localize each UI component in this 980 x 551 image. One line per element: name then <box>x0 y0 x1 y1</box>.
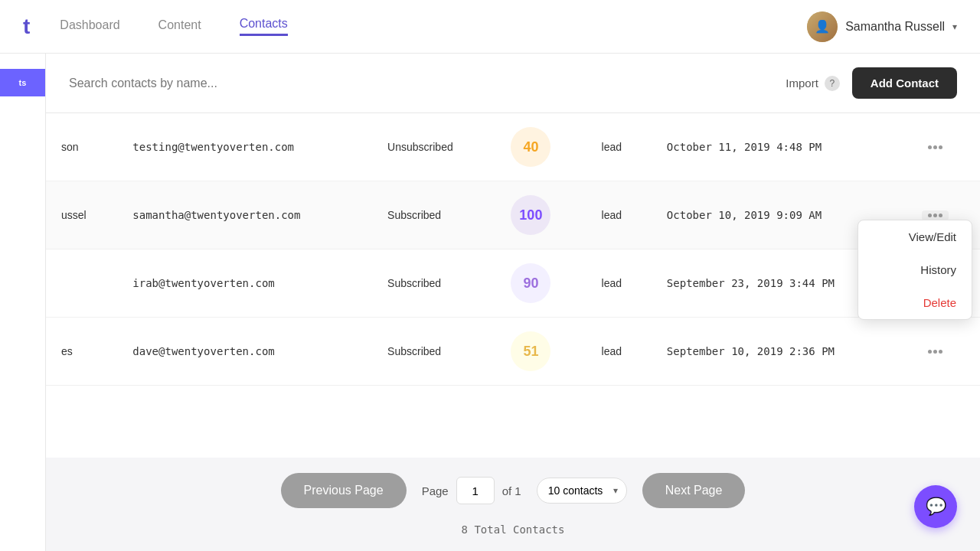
sidebar-contacts-label: ts <box>19 78 27 87</box>
search-bar: Import ? Add Contact <box>46 54 980 113</box>
contact-email: samantha@twentyoverten.com <box>117 181 372 249</box>
row-actions-button[interactable] <box>922 210 949 220</box>
contact-email: testing@twentyoverten.com <box>117 113 372 181</box>
contact-name[interactable]: es <box>46 318 117 386</box>
contact-type: lead <box>586 181 652 249</box>
contact-email: irab@twentyoverten.com <box>117 249 372 318</box>
header: t Dashboard Content Contacts 👤 Samantha … <box>0 0 980 54</box>
chat-icon: 💬 <box>926 497 946 517</box>
contact-status: Unsubscribed <box>372 113 495 181</box>
contact-score-cell: 51 <box>495 318 586 386</box>
add-contact-button[interactable]: Add Contact <box>852 67 957 99</box>
sidebar: ts <box>0 54 46 551</box>
import-help-icon[interactable]: ? <box>825 76 840 91</box>
content-area: Import ? Add Contact son testing@twentyo… <box>46 54 980 551</box>
dropdown-history[interactable]: History <box>858 253 972 286</box>
contact-score-cell: 40 <box>495 113 586 181</box>
per-page-select[interactable]: 10 contacts 25 contacts 50 contacts <box>537 478 627 504</box>
sidebar-item-contacts[interactable]: ts <box>0 69 45 96</box>
contacts-table-wrapper: son testing@twentyoverten.com Unsubscrib… <box>46 113 980 458</box>
score-badge: 90 <box>511 263 550 303</box>
contact-status: Subscribed <box>372 318 495 386</box>
nav-dashboard[interactable]: Dashboard <box>60 18 119 35</box>
total-contacts: 8 Total Contacts <box>462 523 565 536</box>
main-layout: ts Import ? Add Contact son testing@twen… <box>0 54 980 551</box>
page-number-input[interactable] <box>456 477 495 504</box>
score-badge: 40 <box>511 127 550 167</box>
nav: Dashboard Content Contacts <box>60 17 807 36</box>
logo: t <box>23 15 29 39</box>
contact-actions <box>906 113 980 181</box>
contact-name[interactable]: ussel <box>46 181 117 249</box>
user-name: Samantha Russell <box>845 20 945 34</box>
dropdown-view-edit[interactable]: View/Edit <box>858 220 972 253</box>
contact-email: dave@twentyoverten.com <box>117 318 372 386</box>
page-info: Page of 1 <box>422 477 521 504</box>
row-actions-button[interactable] <box>922 142 949 152</box>
nav-contacts[interactable]: Contacts <box>240 17 288 36</box>
search-input[interactable] <box>69 77 773 90</box>
import-button[interactable]: Import ? <box>786 76 840 91</box>
contact-score-cell: 100 <box>495 181 586 249</box>
row-actions-button[interactable] <box>922 347 949 357</box>
contact-status: Subscribed <box>372 249 495 318</box>
avatar-image: 👤 <box>807 11 838 42</box>
next-page-button[interactable]: Next Page <box>642 473 746 508</box>
contact-name[interactable]: son <box>46 113 117 181</box>
previous-page-button[interactable]: Previous Page <box>281 473 407 508</box>
per-page-wrapper: 10 contacts 25 contacts 50 contacts <box>537 478 627 504</box>
table-row: son testing@twentyoverten.com Unsubscrib… <box>46 113 980 181</box>
of-label: of 1 <box>502 484 521 497</box>
table-row: es dave@twentyoverten.com Subscribed 51 … <box>46 318 980 386</box>
score-badge: 51 <box>511 331 550 371</box>
contact-status: Subscribed <box>372 181 495 249</box>
contact-date: September 10, 2019 2:36 PM <box>652 318 906 386</box>
dropdown-delete[interactable]: Delete <box>858 286 972 319</box>
contacts-table: son testing@twentyoverten.com Unsubscrib… <box>46 113 980 386</box>
contact-type: lead <box>586 249 652 318</box>
user-menu[interactable]: 👤 Samantha Russell ▾ <box>807 11 957 42</box>
nav-content[interactable]: Content <box>158 18 201 35</box>
chevron-down-icon: ▾ <box>952 21 957 32</box>
row-actions-dropdown: View/Edit History Delete <box>858 220 972 320</box>
contact-type: lead <box>586 318 652 386</box>
contact-type: lead <box>586 113 652 181</box>
page-label: Page <box>422 484 449 497</box>
contact-name[interactable] <box>46 249 117 318</box>
table-row: ussel samantha@twentyoverten.com Subscri… <box>46 181 980 249</box>
contact-actions: View/Edit History Delete <box>906 181 980 249</box>
avatar: 👤 <box>807 11 838 42</box>
contact-date: October 11, 2019 4:48 PM <box>652 113 906 181</box>
table-row: irab@twentyoverten.com Subscribed 90 lea… <box>46 249 980 318</box>
chat-button[interactable]: 💬 <box>914 485 957 528</box>
contact-score-cell: 90 <box>495 249 586 318</box>
contact-actions <box>906 318 980 386</box>
pagination: Previous Page Page of 1 10 contacts 25 c… <box>46 458 980 551</box>
import-label: Import <box>786 77 818 90</box>
pagination-controls: Previous Page Page of 1 10 contacts 25 c… <box>281 473 746 508</box>
score-badge: 100 <box>511 195 550 235</box>
